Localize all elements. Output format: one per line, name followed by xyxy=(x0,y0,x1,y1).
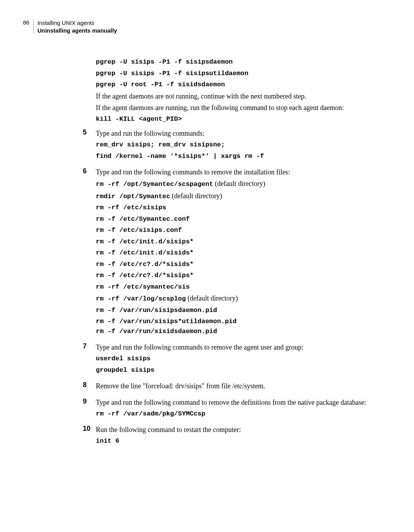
step-number: 7 xyxy=(83,342,96,350)
command-line: rm -rf /var/sadm/pkg/SYMCcsp xyxy=(96,409,383,419)
command-line: rm -rf /etc/symantec/sis xyxy=(96,282,383,292)
body-text: If the agent daemons are not running, co… xyxy=(96,91,383,101)
step-text: Type and run the following commands to r… xyxy=(96,167,383,177)
step-number: 8 xyxy=(83,381,96,389)
command-line: rm -f /etc/rc?.d/*sisids* xyxy=(96,259,383,269)
command-line: rmdir /opt/Symantec xyxy=(96,193,170,200)
body-text: If the agent daemons are running, run th… xyxy=(96,103,383,113)
command-line: find /kernel -name '*sisips*' | xargs rm… xyxy=(96,151,383,161)
header-divider xyxy=(33,19,34,33)
step-text: Remove the line "forceload: drv/sisips" … xyxy=(96,381,383,391)
step-number: 9 xyxy=(83,397,96,406)
command-line: rm -rf /opt/Symantec/scspagent xyxy=(96,181,213,188)
step-8: 8 Remove the line "forceload: drv/sisips… xyxy=(96,381,383,392)
command-line: rm -rf /var/log/scsplog xyxy=(96,295,186,302)
command-line: rm -f /var/run/sisipsdaemon.pid xyxy=(96,305,383,315)
page-number: 86 xyxy=(23,19,30,26)
step-9: 9 Type and run the following command to … xyxy=(96,397,383,420)
command-line: rm -rf /etc/sisips xyxy=(96,203,383,213)
annotation: (default directory) xyxy=(186,294,238,302)
command-line: rm -f /etc/Symantec.conf xyxy=(96,214,383,224)
command-line: kill -KILL <agent_PID> xyxy=(96,114,383,124)
step-text: Type and run the following command to re… xyxy=(96,397,383,407)
command-line: userdel sisips xyxy=(96,354,383,364)
step-number: 10 xyxy=(83,425,96,433)
command-line: init 6 xyxy=(96,436,383,446)
command-line: rm -f /var/run/sisidsdaemon.pid xyxy=(96,327,383,337)
step-10: 10 Run the following command to restart … xyxy=(96,425,383,448)
command-line: pgrep -U sisips -P1 -f sisipsdaemon xyxy=(96,57,383,67)
intro-block: pgrep -U sisips -P1 -f sisipsdaemon pgre… xyxy=(96,57,383,124)
command-line: pgrep -U sisips -P1 -f sisipsutildaemon xyxy=(96,69,383,79)
step-number: 5 xyxy=(83,128,96,136)
step-6: 6 Type and run the following commands to… xyxy=(96,167,383,338)
header-title: Installing UNIX agents xyxy=(38,19,117,27)
step-5: 5 Type and run the following commands: r… xyxy=(96,128,383,163)
command-line: rm -f /etc/init.d/sisids* xyxy=(96,248,383,258)
header-subtitle: Uninstalling agents manually xyxy=(38,27,117,34)
command-line: rm -f /etc/init.d/sisips* xyxy=(96,237,383,247)
step-text: Run the following command to restart the… xyxy=(96,425,383,435)
command-line: pgrep -U root -P1 -f sisidsdaemon xyxy=(96,80,383,90)
step-number: 6 xyxy=(83,167,96,175)
annotation: (default directory) xyxy=(213,180,265,187)
command-line: groupdel sisips xyxy=(96,365,383,375)
page-header: 86 Installing UNIX agents Uninstalling a… xyxy=(23,19,383,34)
annotation: (default directory) xyxy=(170,192,222,200)
command-line: rm -f /etc/sisips.conf xyxy=(96,225,383,235)
command-line: rm -f /var/run/sisips*utildaemon.pid xyxy=(96,317,383,327)
command-line: rm -f /etc/rc?.d/*sisips* xyxy=(96,271,383,281)
content-area: pgrep -U sisips -P1 -f sisipsdaemon pgre… xyxy=(96,57,383,448)
step-text: Type and run the following commands to r… xyxy=(96,342,383,352)
command-line: rem_drv sisips; rem_drv sisipsne; xyxy=(96,140,383,150)
step-7: 7 Type and run the following commands to… xyxy=(96,342,383,376)
step-text: Type and run the following commands: xyxy=(96,128,383,138)
